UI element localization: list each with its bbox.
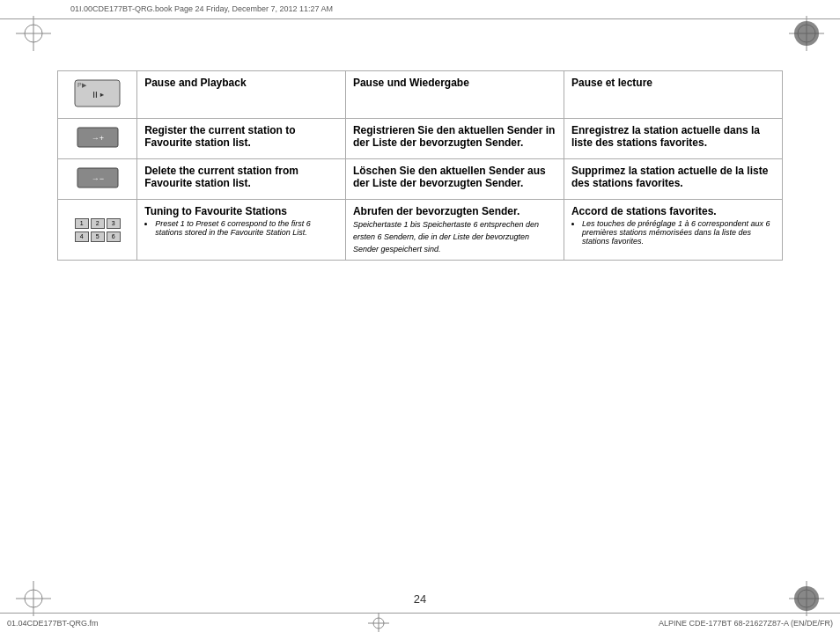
en-bullet-item-4: Preset 1 to Preset 6 correspond to the f… xyxy=(155,219,338,237)
en-cell-3: Delete the current station from Favourit… xyxy=(137,159,346,200)
en-cell-1: Pause and Playback xyxy=(137,71,346,119)
svg-point-6 xyxy=(794,21,819,46)
en-cell-4: Tuning to Favourite Stations Preset 1 to… xyxy=(137,200,346,261)
preset-3: 3 xyxy=(107,218,121,229)
pause-playback-icon: ⏸▶ P▶ xyxy=(73,77,122,110)
fr-bold-2: Enregistrez la station actuelle dans la … xyxy=(571,124,760,149)
table-row: ⏸▶ P▶ Pause and Playback Pause und Wiede… xyxy=(58,71,783,119)
fr-cell-1: Pause et lecture xyxy=(564,71,782,119)
preset-2: 2 xyxy=(91,218,105,229)
footer-crosshair xyxy=(368,613,389,633)
corner-mark-tl xyxy=(16,16,51,51)
footer-right: ALPINE CDE-177BT 68-21627Z87-A (EN/DE/FR… xyxy=(659,619,833,628)
en-bold-4: Tuning to Favourite Stations xyxy=(144,205,287,217)
de-bold-1: Pause und Wiedergabe xyxy=(353,77,469,89)
de-cell-2: Registrieren Sie den aktuellen Sender in… xyxy=(345,119,564,159)
de-cell-4: Abrufen der bevorzugten Sender. Speicher… xyxy=(345,200,564,261)
de-cell-1: Pause und Wiedergabe xyxy=(345,71,564,119)
table-row: 1 2 3 4 5 6 Tuning to Favourite Stations xyxy=(58,200,783,261)
icon-cell-4: 1 2 3 4 5 6 xyxy=(58,200,137,261)
corner-mark-bl xyxy=(16,581,51,616)
icon-cell-1: ⏸▶ P▶ xyxy=(58,71,137,119)
main-content: ⏸▶ P▶ Pause and Playback Pause und Wiede… xyxy=(57,70,783,579)
svg-point-13 xyxy=(794,586,819,611)
header-file-text: 01I.00CDE177BT-QRG.book Page 24 Friday, … xyxy=(70,4,333,13)
footer-bar: 01.04CDE177BT-QRG.fm ALPINE CDE-177BT 68… xyxy=(0,613,840,632)
de-bold-4: Abrufen der bevorzugten Sender. xyxy=(353,205,519,217)
de-cell-3: Löschen Sie den aktuellen Sender aus der… xyxy=(345,159,564,200)
svg-text:→+: →+ xyxy=(91,134,103,143)
footer-left: 01.04CDE177BT-QRG.fm xyxy=(7,619,99,628)
en-bold-3: Delete the current station from Favourit… xyxy=(144,165,298,189)
page-number: 24 xyxy=(414,592,426,606)
fav-add-icon: →+ xyxy=(76,124,120,151)
fr-bold-1: Pause et lecture xyxy=(571,77,652,89)
de-body-4: Speichertaste 1 bis Speichertaste 6 ents… xyxy=(353,220,539,254)
fr-cell-3: Supprimez la station actuelle de la list… xyxy=(564,159,782,200)
svg-text:→−: →− xyxy=(91,174,103,183)
svg-text:P▶: P▶ xyxy=(77,82,87,88)
preset-4: 4 xyxy=(75,231,89,242)
fr-bold-3: Supprimez la station actuelle de la list… xyxy=(571,165,768,189)
preset-6: 6 xyxy=(107,231,121,242)
fav-del-icon: →− xyxy=(76,165,120,191)
svg-text:⏸▶: ⏸▶ xyxy=(91,90,104,99)
presets-icon: 1 2 3 xyxy=(75,218,121,229)
en-bold-2: Register the current station to Favourit… xyxy=(144,124,295,149)
en-cell-2: Register the current station to Favourit… xyxy=(137,119,346,159)
icon-cell-3: →− xyxy=(58,159,137,200)
corner-mark-br xyxy=(789,581,824,616)
de-bold-3: Löschen Sie den aktuellen Sender aus der… xyxy=(353,165,546,189)
de-bold-2: Registrieren Sie den aktuellen Sender in… xyxy=(353,124,555,149)
icon-cell-2: →+ xyxy=(58,119,137,159)
en-bullet-4: Preset 1 to Preset 6 correspond to the f… xyxy=(144,219,338,237)
presets-icon-row2: 4 5 6 xyxy=(75,231,121,242)
preset-1: 1 xyxy=(75,218,89,229)
corner-mark-tr xyxy=(789,16,824,51)
fr-bullet-4: Les touches de préréglage 1 à 6 correspo… xyxy=(571,219,775,246)
fr-bullet-item-4: Les touches de préréglage 1 à 6 correspo… xyxy=(582,219,775,246)
fr-bold-4: Accord de stations favorites. xyxy=(571,205,717,217)
fr-cell-2: Enregistrez la station actuelle dans la … xyxy=(564,119,782,159)
table-row: →+ Register the current station to Favou… xyxy=(58,119,783,159)
header-bar: 01I.00CDE177BT-QRG.book Page 24 Friday, … xyxy=(0,0,840,19)
manual-table: ⏸▶ P▶ Pause and Playback Pause und Wiede… xyxy=(57,70,783,261)
en-bold-1: Pause and Playback xyxy=(144,77,246,89)
preset-5: 5 xyxy=(91,231,105,242)
fr-cell-4: Accord de stations favorites. Les touche… xyxy=(564,200,782,261)
table-row: →− Delete the current station from Favou… xyxy=(58,159,783,200)
